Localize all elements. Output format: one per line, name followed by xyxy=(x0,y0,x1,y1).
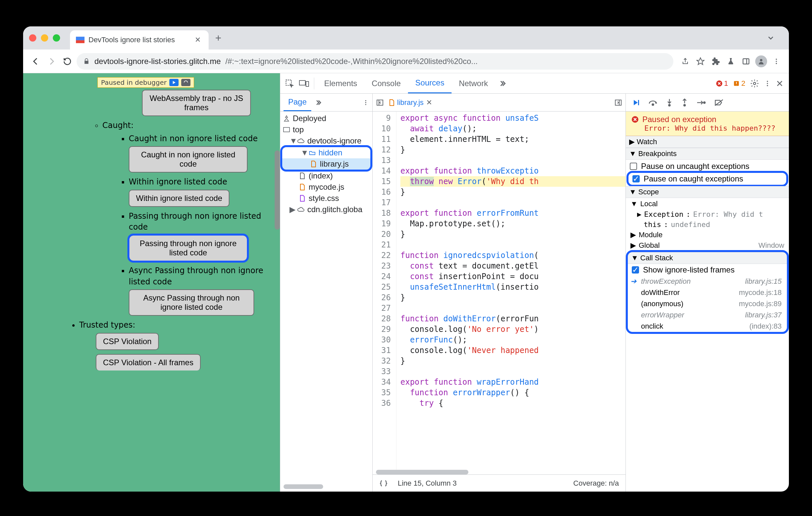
cloud-icon xyxy=(297,137,304,145)
pretty-print-button[interactable] xyxy=(379,480,388,487)
within-ignore-button[interactable]: Within ignore listed code xyxy=(129,190,229,207)
navigator-tab-page[interactable]: Page xyxy=(284,94,311,111)
lock-icon xyxy=(83,58,90,65)
frame-icon xyxy=(283,126,290,133)
tab-elements[interactable]: Elements xyxy=(317,73,365,93)
async-passing-button[interactable]: Async Passing through non ignore listed … xyxy=(129,289,254,316)
callstack-section[interactable]: ▼Call Stack xyxy=(628,252,787,264)
scope-module[interactable]: ▶ Module xyxy=(626,230,789,240)
toolbar: devtools-ignore-list-stories.glitch.me/#… xyxy=(23,50,789,73)
tree-top[interactable]: top xyxy=(280,124,372,135)
labs-button[interactable] xyxy=(724,55,737,68)
forward-button[interactable] xyxy=(45,55,58,68)
bookmark-button[interactable] xyxy=(694,55,707,68)
csp-violation-button[interactable]: CSP Violation xyxy=(96,333,159,350)
svg-point-15 xyxy=(754,82,756,85)
step-out-button[interactable] xyxy=(681,98,688,107)
passing-through-button[interactable]: Passing through non ignore listed code xyxy=(129,235,248,261)
step-button[interactable] xyxy=(696,99,706,106)
toggle-navigator-button[interactable] xyxy=(376,99,384,107)
window-controls xyxy=(29,34,60,41)
tab-list-button[interactable] xyxy=(766,34,775,42)
async-passing-label: Async Passing through non ignore listed … xyxy=(129,265,270,287)
watch-section[interactable]: ▶Watch xyxy=(626,136,789,148)
favicon-icon xyxy=(76,37,85,43)
inspect-icon[interactable] xyxy=(282,79,297,88)
device-icon[interactable] xyxy=(297,79,311,88)
share-button[interactable] xyxy=(679,55,692,68)
js-file-icon xyxy=(310,160,317,168)
close-editor-tab-button[interactable]: ✕ xyxy=(426,98,432,107)
minimize-window-button[interactable] xyxy=(41,34,48,41)
svg-point-16 xyxy=(767,81,768,82)
close-tab-button[interactable]: ✕ xyxy=(193,36,203,44)
navigator-menu-button[interactable] xyxy=(362,99,369,106)
step-overlay-button[interactable] xyxy=(181,79,191,86)
profile-button[interactable] xyxy=(755,55,768,68)
tab-network[interactable]: Network xyxy=(452,73,495,93)
caught-non-ignore-button[interactable]: Caught in non ignore listed code xyxy=(129,146,248,173)
toggle-debugger-button[interactable] xyxy=(614,99,622,107)
tree-library-file[interactable]: library.js xyxy=(282,158,370,170)
address-bar[interactable]: devtools-ignore-list-stories.glitch.me/#… xyxy=(77,53,673,70)
reload-button[interactable] xyxy=(61,55,74,68)
gutter[interactable]: 9101112131415161718192021222324252627282… xyxy=(373,112,397,470)
close-devtools-button[interactable] xyxy=(776,80,784,87)
tab-console[interactable]: Console xyxy=(365,73,408,93)
navigator-more-button[interactable] xyxy=(315,99,322,106)
tab-sources[interactable]: Sources xyxy=(408,73,452,93)
svg-point-35 xyxy=(684,104,686,106)
code-editor[interactable]: 9101112131415161718192021222324252627282… xyxy=(373,112,626,470)
extensions-button[interactable] xyxy=(709,55,722,68)
callstack-frame[interactable]: (anonymous)mycode.js:89 xyxy=(628,298,787,309)
rendered-page: Paused in debugger WebAssembly trap - no… xyxy=(23,73,280,492)
tree-deployed[interactable]: Deployed xyxy=(280,113,372,124)
callstack-frame[interactable]: errorWrapperlibrary.js:37 xyxy=(628,309,787,321)
csp-violation-all-button[interactable]: CSP Violation - All frames xyxy=(96,354,201,370)
code-content[interactable]: export async function unsafeS await dela… xyxy=(397,112,626,470)
editor-tab-library[interactable]: library.js ✕ xyxy=(386,98,435,107)
pause-uncaught-checkbox[interactable]: Pause on uncaught exceptions xyxy=(626,160,789,172)
breakpoints-section[interactable]: ▼Breakpoints xyxy=(626,148,789,160)
scope-local[interactable]: ▼ Local xyxy=(626,199,789,209)
page-scrollbar[interactable] xyxy=(274,150,280,230)
passing-through-label: Passing through non ignore listed code xyxy=(129,211,270,233)
tree-style-file[interactable]: style.css xyxy=(280,193,372,204)
svg-rect-11 xyxy=(299,81,305,85)
error-count[interactable]: 1 xyxy=(716,79,728,88)
callstack-frame[interactable]: doWithErrormycode.js:18 xyxy=(628,287,787,298)
settings-icon[interactable] xyxy=(750,79,759,88)
scope-global[interactable]: ▶ GlobalWindow xyxy=(626,240,789,251)
tree-origin[interactable]: ▼devtools-ignore xyxy=(280,135,372,147)
wasm-trap-button[interactable]: WebAssembly trap - no JS frames xyxy=(142,90,251,116)
editor-scrollbar[interactable] xyxy=(373,470,626,475)
tree-hidden-folder[interactable]: ▼hidden xyxy=(282,147,370,158)
more-tabs-button[interactable] xyxy=(495,80,510,87)
show-ignore-listed-checkbox[interactable]: ✓Show ignore-listed frames xyxy=(628,264,787,276)
tree-index-file[interactable]: (index) xyxy=(280,170,372,181)
paused-title: Paused on exception xyxy=(642,115,716,124)
new-tab-button[interactable]: + xyxy=(215,32,222,44)
tree-cdn[interactable]: ▶cdn.glitch.globa xyxy=(280,204,372,215)
navigator-scrollbar[interactable] xyxy=(284,484,369,489)
step-into-button[interactable] xyxy=(666,98,673,107)
content: Paused in debugger WebAssembly trap - no… xyxy=(23,73,789,492)
close-window-button[interactable] xyxy=(29,34,36,41)
browser-tab[interactable]: DevTools ignore list stories ✕ xyxy=(70,30,209,50)
pause-caught-checkbox[interactable]: ✓Pause on caught exceptions xyxy=(629,173,786,185)
scope-exception[interactable]: ▶ Exception: Error: Why did t xyxy=(626,209,789,219)
resume-overlay-button[interactable] xyxy=(169,79,179,86)
maximize-window-button[interactable] xyxy=(53,34,60,41)
scope-section[interactable]: ▼Scope xyxy=(626,186,789,198)
menu-button[interactable] xyxy=(770,55,783,68)
callstack-frame[interactable]: throwExceptionlibrary.js:15 xyxy=(628,276,787,287)
tree-mycode-file[interactable]: mycode.js xyxy=(280,181,372,193)
deactivate-breakpoints-button[interactable] xyxy=(714,99,724,106)
resume-button[interactable] xyxy=(632,99,640,107)
callstack-frame[interactable]: onclick(index):83 xyxy=(628,321,787,332)
warning-count[interactable]: 2 xyxy=(733,79,745,88)
devtools-menu-button[interactable] xyxy=(764,80,771,87)
back-button[interactable] xyxy=(29,55,42,68)
step-over-button[interactable] xyxy=(648,99,658,106)
sidepanel-button[interactable] xyxy=(740,55,753,68)
